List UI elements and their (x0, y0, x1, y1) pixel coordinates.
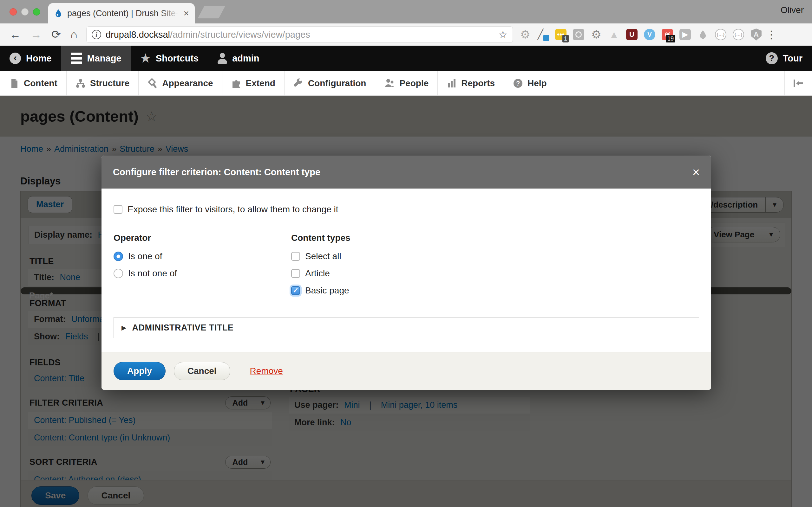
operator-option-is-one-of[interactable]: Is one of (113, 251, 291, 262)
tasks-extension-icon[interactable]: ≋19 (661, 28, 674, 41)
json2-extension-icon[interactable]: {…} (732, 28, 745, 41)
dev-extension-icon[interactable]: ⚙ (590, 28, 603, 41)
home-icon[interactable]: ⌂ (70, 28, 78, 41)
browser-tab-strip: pages (Content) | Drush Site-In × Oliver (0, 0, 812, 23)
dialog-footer: Apply Cancel Remove (101, 352, 711, 390)
angular-extension-icon[interactable]: A (750, 28, 763, 41)
menu-item-help[interactable]: ? Help (504, 71, 556, 95)
content-file-icon (9, 78, 19, 89)
dialog-title: Configure filter criterion: Content: Con… (113, 167, 320, 177)
menu-item-extend[interactable]: Extend (222, 71, 285, 95)
content-types-heading: Content types (291, 233, 351, 243)
extension-row: ⚙ ╱ •••1 ⚙ ▲ U V ≋19 ▶ {…} {…} A (519, 28, 763, 41)
select-all-checkbox[interactable] (291, 252, 300, 261)
dialog-header[interactable]: Configure filter criterion: Content: Con… (101, 156, 711, 188)
dialog-columns: Operator Is one of Is not one of Content… (113, 233, 699, 302)
extend-puzzle-icon (231, 78, 241, 89)
browser-toolbar: ← → ⟳ ⌂ i drupal8.docksal/admin/structur… (0, 23, 812, 46)
content-types-column: Content types Select all Article Basic p… (291, 233, 351, 302)
browser-profile-name[interactable]: Oliver (780, 5, 804, 15)
vimeo-extension-icon[interactable]: V (643, 28, 656, 41)
operator-option-is-not-one-of[interactable]: Is not one of (113, 268, 291, 279)
ublock-extension-icon[interactable]: U (625, 28, 639, 41)
operator-heading: Operator (113, 233, 291, 243)
menu-item-people[interactable]: People (375, 71, 438, 95)
drupal-admin-toolbar: ‹ Home Manage ★ Shortcuts admin ? Tour (0, 46, 812, 71)
drupal-extension-icon[interactable] (696, 28, 710, 41)
reports-chart-icon (447, 78, 457, 89)
password-extension-icon[interactable]: •••1 (554, 28, 567, 41)
browser-menu-icon[interactable]: ⋮ (766, 28, 777, 41)
content-type-option-basic-page[interactable]: Basic page (291, 285, 351, 296)
menu-item-configuration[interactable]: Configuration (285, 71, 375, 95)
forward-icon: → (31, 28, 42, 41)
menu-item-structure[interactable]: Structure (67, 71, 139, 95)
colorpicker-extension-icon[interactable]: ╱ (537, 28, 550, 41)
people-icon (384, 78, 395, 89)
menu-item-appearance[interactable]: Appearance (139, 71, 222, 95)
toolbar-item-admin[interactable]: admin (208, 46, 269, 71)
url-host: drupal8.docksal (106, 30, 170, 40)
window-minimize-button[interactable] (21, 8, 29, 15)
url-path: /admin/structure/views/view/pages (170, 30, 310, 40)
configure-filter-dialog: Configure filter criterion: Content: Con… (101, 156, 711, 390)
administrative-title-fieldset[interactable]: ▶ ADMINISTRATIVE TITLE (113, 317, 699, 338)
menu-item-reports[interactable]: Reports (438, 71, 504, 95)
drupal-favicon (54, 9, 63, 18)
page-content: pages (Content) ☆ Home»Administration»St… (0, 96, 812, 507)
reload-icon[interactable]: ⟳ (51, 28, 61, 41)
menu-item-content[interactable]: Content (0, 71, 67, 95)
tab-title: pages (Content) | Drush Site-In (67, 9, 179, 18)
toolbar-item-home[interactable]: ‹ Home (0, 46, 61, 71)
expose-filter-option[interactable]: Expose this filter to visitors, to allow… (113, 205, 699, 215)
expand-caret-icon: ▶ (121, 324, 126, 331)
operator-column: Operator Is one of Is not one of (113, 233, 291, 302)
content-type-option-article[interactable]: Article (291, 268, 351, 279)
structure-sitemap-icon (75, 78, 86, 89)
tour-question-icon: ? (766, 52, 778, 64)
window-zoom-button[interactable] (33, 8, 40, 15)
bookmark-star-icon[interactable]: ☆ (498, 29, 507, 41)
content-type-option-select-all[interactable]: Select all (291, 251, 351, 262)
site-info-icon[interactable]: i (92, 30, 101, 39)
remove-link[interactable]: Remove (250, 366, 283, 376)
apply-button[interactable]: Apply (113, 362, 165, 380)
manage-menu-icon (71, 53, 82, 64)
tab-close-icon[interactable]: × (183, 9, 189, 18)
article-checkbox[interactable] (291, 269, 300, 278)
toolbar-item-tour[interactable]: ? Tour (756, 46, 812, 71)
collapse-left-icon (793, 78, 804, 88)
back-to-site-icon: ‹ (9, 53, 21, 64)
settings-extension-icon[interactable]: ⚙ (519, 28, 532, 41)
shortcuts-star-icon: ★ (141, 52, 151, 65)
toolbar-item-manage[interactable]: Manage (61, 46, 131, 71)
close-icon[interactable]: × (693, 166, 700, 178)
browser-tab[interactable]: pages (Content) | Drush Site-In × (48, 3, 195, 23)
configuration-wrench-icon (293, 78, 304, 89)
modal-cancel-button[interactable]: Cancel (174, 362, 230, 380)
drupal-menu-bar: Content Structure Appearance Extend Conf… (0, 71, 812, 96)
dialog-body: Expose this filter to visitors, to allow… (101, 188, 711, 338)
drive-extension-icon[interactable]: ▲ (607, 28, 621, 41)
new-tab-button[interactable] (198, 6, 225, 18)
toolbar-item-shortcuts[interactable]: ★ Shortcuts (131, 46, 208, 71)
back-icon[interactable]: ← (9, 28, 21, 41)
address-bar[interactable]: i drupal8.docksal/admin/structure/views/… (86, 26, 513, 43)
radio-unselected-icon[interactable] (113, 269, 123, 278)
expose-filter-checkbox[interactable] (113, 205, 122, 214)
play-extension-icon[interactable]: ▶ (678, 28, 692, 41)
appearance-brush-icon (148, 78, 158, 89)
help-question-icon: ? (513, 78, 523, 89)
window-controls (9, 8, 40, 15)
window-close-button[interactable] (9, 8, 17, 15)
radio-selected-icon[interactable] (113, 251, 123, 261)
basic-page-checkbox[interactable] (291, 286, 300, 295)
svg-text:?: ? (516, 80, 520, 87)
toolbar-orientation-toggle[interactable] (784, 71, 812, 95)
json-extension-icon[interactable]: {…} (714, 28, 727, 41)
user-icon (217, 53, 227, 64)
screenshot-extension-icon[interactable] (572, 28, 585, 41)
